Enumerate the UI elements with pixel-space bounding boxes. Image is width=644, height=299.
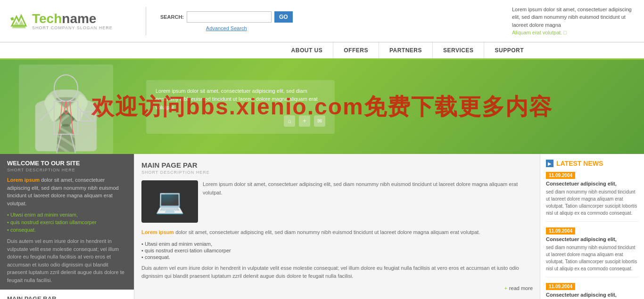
- svg-marker-0: [12, 16, 26, 26]
- logo-slogan: Short Company Slogan Here: [32, 25, 113, 30]
- news-title: LATEST NEWS: [556, 160, 603, 167]
- svg-line-8: [57, 134, 61, 153]
- news-date-badge: 11.09.2004: [546, 172, 575, 179]
- svg-rect-2: [10, 17, 14, 21]
- mid-second-block: Lorem ipsum dolor sit amet, consectetuer…: [141, 228, 533, 291]
- mid-intro-highlight: Lorem ipsum: [141, 229, 174, 235]
- list-item[interactable]: consequat.: [7, 226, 127, 234]
- news-item-title[interactable]: Consectetuer adipiscing elit,: [546, 181, 638, 186]
- welcome-subtitle: Short Description Here: [7, 168, 127, 172]
- news-triangle-icon: ▶: [546, 160, 553, 167]
- mid-read-more-link[interactable]: read more: [141, 285, 533, 291]
- nav-item-partners[interactable]: PARTNERS: [379, 42, 433, 58]
- mid-subtitle: Short Description Here: [141, 170, 533, 175]
- news-date-badge: 11.09.2004: [546, 227, 575, 234]
- news-list: 11.09.2004Consectetuer adipiscing elit,s…: [546, 172, 638, 299]
- mid-second-intro: Lorem ipsum dolor sit amet, consectetuer…: [141, 228, 533, 237]
- nav-item-about-us[interactable]: ABOUT US: [281, 42, 334, 58]
- logo-image: Techname Short Company Slogan Here: [9, 12, 113, 31]
- hero-plus-icon[interactable]: +: [299, 115, 310, 127]
- svg-line-12: [70, 101, 73, 134]
- welcome-title: WELCOME TO OUR SITE: [7, 160, 127, 167]
- header-side-text: Lorem ipsum dolor sit amet, consectetuer…: [512, 7, 632, 28]
- nav-item-offers[interactable]: OFFERS: [333, 42, 379, 58]
- list-item: Utwsi enim ad minim veniam,: [141, 241, 533, 247]
- svg-line-11: [59, 101, 62, 134]
- news-item: 11.09.2004Consectetuer adipiscing elit,s…: [546, 172, 638, 222]
- mid-links: Utwsi enim ad minim veniam,quis nostrud …: [141, 241, 533, 260]
- svg-point-3: [54, 75, 78, 101]
- svg-line-5: [40, 107, 54, 121]
- news-item: 11.09.2004Consectetuer adipiscing elit,s…: [546, 283, 638, 299]
- mid-feature-text: Lorem ipsum dolor sit amet, consectetuer…: [203, 180, 533, 223]
- header-text: Lorem ipsum dolor sit amet, consectetuer…: [512, 6, 635, 37]
- svg-marker-10: [64, 101, 68, 114]
- mid-intro-text: dolor sit amet, consectetuer adipiscing …: [174, 229, 480, 235]
- hero-person-image: [19, 65, 113, 154]
- news-header: ▶ LATEST NEWS: [546, 160, 638, 167]
- news-item: 11.09.2004Consectetuer adipiscing elit,s…: [546, 227, 638, 277]
- news-title-normal: LATEST: [556, 160, 583, 167]
- main-page-bar-box: MAIN PAGE BAR Short Description Here Feu…: [0, 290, 134, 299]
- welcome-desc: Duis autem vel eum iriure dolor in hendr…: [7, 237, 127, 284]
- news-item-body: sed diam nonummy nibh euismod tincidunt …: [546, 188, 638, 217]
- list-item[interactable]: Utwsi enim ad minim veniam,: [7, 211, 127, 218]
- news-item-title[interactable]: Consectetuer adipiscing elit,: [546, 292, 638, 298]
- search-input[interactable]: [187, 11, 272, 23]
- nav-wrapper: ABOUT USOFFERSPARTNERSSERVICESSUPPORT: [0, 42, 644, 60]
- mpb-title: MAIN PAGE BAR: [7, 295, 127, 299]
- hero-home-icon[interactable]: ⌂: [284, 115, 295, 127]
- hero-text-content: Lorem ipsum dolor sit amet, consectetuer…: [146, 80, 335, 134]
- welcome-intro-highlight: Lorem ipsum: [7, 177, 40, 183]
- nav: ABOUT USOFFERSPARTNERSSERVICESSUPPORT: [110, 42, 534, 58]
- logo-brand: Techname: [32, 12, 113, 25]
- hero-figure: [0, 60, 132, 154]
- search-label: SEARCH:: [160, 14, 184, 20]
- news-title-accent: NEWS: [583, 160, 603, 167]
- nav-item-support[interactable]: SUPPORT: [484, 42, 534, 58]
- right-column: ▶ LATEST NEWS 11.09.2004Consectetuer adi…: [540, 154, 644, 299]
- logo-text: Techname Short Company Slogan Here: [32, 12, 113, 30]
- header-divider: [146, 7, 146, 35]
- search-area: SEARCH: GO Advanced Search: [160, 11, 293, 31]
- advanced-search-link[interactable]: Advanced Search: [206, 25, 247, 31]
- mid-laptop-image: [141, 180, 198, 223]
- main-content: WELCOME TO OUR SITE Short Description He…: [0, 154, 644, 299]
- news-date-badge: 11.09.2004: [546, 283, 575, 290]
- search-row: SEARCH: GO: [160, 11, 293, 23]
- header-side-link[interactable]: Aliquam erat volutpat. □: [512, 30, 567, 35]
- news-item-body: sed diam nonummy nibh euismod tincidunt …: [546, 244, 638, 272]
- hero-icons-row: ⌂ + ✉: [156, 115, 325, 127]
- hero-text: Lorem ipsum dolor sit amet, consectetuer…: [156, 87, 325, 112]
- list-item[interactable]: quis nostrud exerci tation ullamcorper: [7, 218, 127, 226]
- left-column: WELCOME TO OUR SITE Short Description He…: [0, 154, 134, 299]
- mid-long-desc: Duis autem vel eum iriure dolor in hendr…: [141, 264, 533, 281]
- header: Techname Short Company Slogan Here SEARC…: [0, 0, 644, 42]
- mid-feature-box: Lorem ipsum dolor sit amet, consectetuer…: [141, 180, 533, 223]
- hero-text-box: Lorem ipsum dolor sit amet, consectetuer…: [132, 60, 644, 154]
- logo-icon: [9, 12, 28, 31]
- mid-title: MAIN PAGE PAR: [141, 161, 533, 169]
- svg-line-9: [71, 134, 75, 153]
- hero-banner: Lorem ipsum dolor sit amet, consectetuer…: [0, 60, 644, 154]
- svg-rect-4: [54, 101, 78, 134]
- hero-mail-icon[interactable]: ✉: [314, 115, 325, 127]
- welcome-intro: Lorem ipsum dolor sit amet, consectetuer…: [7, 176, 127, 207]
- nav-item-services[interactable]: SERVICES: [433, 42, 484, 58]
- list-item: quis nostrud exerci tation ullamcorper: [141, 247, 533, 254]
- news-item-title[interactable]: Consectetuer adipiscing elit,: [546, 236, 638, 242]
- welcome-box: WELCOME TO OUR SITE Short Description He…: [0, 154, 134, 290]
- welcome-links: Utwsi enim ad minim veniam,quis nostrud …: [7, 211, 127, 234]
- list-item: consequat.: [141, 254, 533, 260]
- mid-column: MAIN PAGE PAR Short Description Here Lor…: [134, 154, 540, 299]
- logo-area: Techname Short Company Slogan Here: [9, 12, 113, 31]
- search-button[interactable]: GO: [274, 11, 293, 23]
